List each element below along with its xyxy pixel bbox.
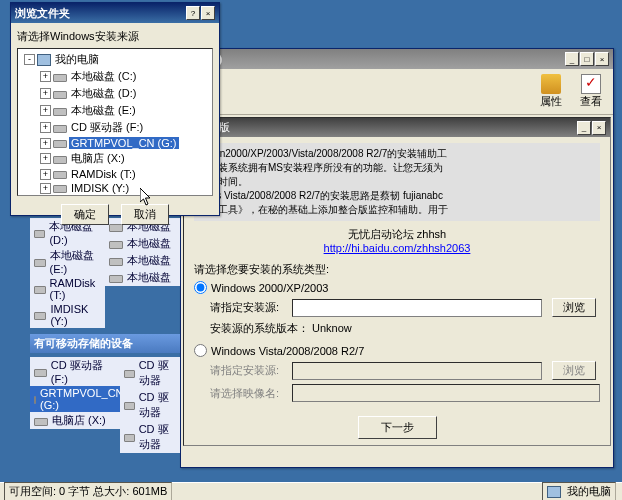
status-location: 我的电脑: [542, 482, 616, 500]
list-item[interactable]: CD 驱动器 (F:): [30, 357, 120, 386]
drive-icon: [34, 286, 46, 294]
browse-folder-dialog: 浏览文件夹 ? × 请选择Windows安装来源 -我的电脑+本地磁盘 (C:)…: [10, 2, 220, 216]
wizard-toolbar: 属性 查看: [181, 69, 613, 115]
tree-node[interactable]: +本地磁盘 (D:): [20, 85, 210, 102]
tree-node[interactable]: +控制面板: [20, 195, 210, 196]
inner-close-button[interactable]: ×: [592, 121, 606, 135]
explorer-side-panel: 本地磁盘 (D:)本地磁盘 (E:)RAMDisk (T:)IMDISK (Y:…: [30, 218, 180, 453]
install-wizard-window: 帮助(H) _ □ × 属性 查看 0 正式版 _ × 位Win2000/XP/…: [180, 48, 614, 468]
status-free-space: 可用空间: 0 字节 总大小: 601MB: [4, 482, 172, 500]
expand-toggle[interactable]: +: [40, 138, 51, 149]
tree-node[interactable]: +IMDISK (Y:): [20, 181, 210, 195]
version-label: 安装源的系统版本：: [210, 322, 309, 334]
browse-title: 浏览文件夹: [15, 6, 186, 21]
cancel-button[interactable]: 取消: [121, 204, 169, 225]
image-input: [292, 384, 600, 402]
tree-node-label: 本地磁盘 (E:): [69, 103, 138, 118]
check-icon: [581, 74, 601, 94]
tree-node-label: IMDISK (Y:): [69, 182, 131, 194]
forum-label: 无忧启动论坛 zhhsh: [348, 228, 446, 240]
tree-node[interactable]: -我的电脑: [20, 51, 210, 68]
tree-node[interactable]: +GRTMPVOL_CN (G:): [20, 136, 210, 150]
source-label-1: 请指定安装源:: [210, 300, 286, 315]
source-input-2: [292, 362, 542, 380]
drive-icon: [34, 312, 46, 320]
drive-icon: [53, 91, 67, 99]
tree-node-label: CD 驱动器 (F:): [69, 120, 145, 135]
ok-button[interactable]: 确定: [61, 204, 109, 225]
drive-list-right: 本地磁盘本地磁盘本地磁盘本地磁盘: [105, 218, 180, 328]
drive-icon: [109, 275, 123, 283]
list-item[interactable]: CD 驱动器: [120, 357, 180, 389]
close-button[interactable]: ×: [595, 52, 609, 66]
list-item[interactable]: 本地磁盘: [105, 269, 180, 286]
radio-winxp-label: Windows 2000/XP/2003: [211, 282, 328, 294]
tree-node-label: 本地磁盘 (C:): [69, 69, 138, 84]
tree-node-label: GRTMPVOL_CN (G:): [69, 137, 179, 149]
browse-button-2: 浏览: [552, 361, 596, 380]
tree-node-label: RAMDisk (T:): [69, 168, 138, 180]
expand-toggle[interactable]: +: [40, 122, 51, 133]
list-item[interactable]: 本地磁盘 (E:): [30, 247, 105, 276]
expand-toggle[interactable]: +: [40, 105, 51, 116]
expand-toggle[interactable]: +: [40, 88, 51, 99]
browse-titlebar: 浏览文件夹 ? ×: [11, 3, 219, 23]
tree-node[interactable]: +本地磁盘 (C:): [20, 68, 210, 85]
drive-icon: [53, 74, 67, 82]
list-item[interactable]: CD 驱动器: [120, 421, 180, 453]
expand-toggle[interactable]: +: [40, 71, 51, 82]
properties-icon: [541, 74, 561, 94]
drive-icon: [34, 259, 46, 267]
version-value: Unknow: [312, 322, 352, 334]
properties-button[interactable]: 属性: [533, 71, 569, 112]
radio-winxp[interactable]: [194, 281, 207, 294]
tree-node[interactable]: +本地磁盘 (E:): [20, 102, 210, 119]
drive-icon: [124, 370, 135, 378]
expand-toggle[interactable]: -: [24, 54, 35, 65]
next-button[interactable]: 下一步: [358, 416, 437, 439]
drive-icon: [53, 171, 67, 179]
inner-minimize-button[interactable]: _: [577, 121, 591, 135]
browse-prompt: 请选择Windows安装来源: [17, 29, 213, 44]
browse-button-1[interactable]: 浏览: [552, 298, 596, 317]
list-item[interactable]: RAMDisk (T:): [30, 276, 105, 302]
select-type-label: 请选择您要安装的系统类型:: [194, 262, 600, 277]
drive-icon: [34, 418, 48, 426]
maximize-button[interactable]: □: [580, 52, 594, 66]
radio-vista-label: Windows Vista/2008/2008 R2/7: [211, 345, 364, 357]
tree-node[interactable]: +电脑店 (X:): [20, 150, 210, 167]
computer-icon: [547, 486, 561, 498]
close-button[interactable]: ×: [201, 6, 215, 20]
drive-icon: [34, 396, 36, 404]
help-button[interactable]: ?: [186, 6, 200, 20]
drive-icon: [53, 140, 67, 148]
minimize-button[interactable]: _: [565, 52, 579, 66]
source-label-2: 请指定安装源:: [210, 363, 286, 378]
drive-icon: [53, 108, 67, 116]
list-item[interactable]: 本地磁盘: [105, 235, 180, 252]
comp-icon: [37, 54, 51, 66]
expand-toggle[interactable]: +: [40, 169, 51, 180]
folder-tree[interactable]: -我的电脑+本地磁盘 (C:)+本地磁盘 (D:)+本地磁盘 (E:)+CD 驱…: [17, 48, 213, 196]
radio-vista[interactable]: [194, 344, 207, 357]
drive-icon: [34, 369, 47, 377]
drive-icon: [53, 125, 67, 133]
list-item[interactable]: IMDISK (Y:): [30, 302, 105, 328]
tree-node[interactable]: +RAMDisk (T:): [20, 167, 210, 181]
list-item[interactable]: 电脑店 (X:): [30, 412, 120, 429]
expand-toggle[interactable]: +: [40, 153, 51, 164]
tree-node[interactable]: +CD 驱动器 (F:): [20, 119, 210, 136]
list-item[interactable]: GRTMPVOL_CN (G:): [30, 386, 120, 412]
list-item[interactable]: 本地磁盘: [105, 252, 180, 269]
removable-header: 有可移动存储的设备: [30, 334, 180, 353]
wizard-inner-titlebar: 0 正式版 _ ×: [184, 118, 610, 137]
expand-toggle[interactable]: +: [40, 183, 51, 194]
drive-icon: [124, 402, 135, 410]
view-button[interactable]: 查看: [573, 71, 609, 112]
forum-link[interactable]: http://hi.baidu.com/zhhsh2063: [324, 242, 471, 254]
source-input-1[interactable]: [292, 299, 542, 317]
wizard-inner-title: 0 正式版: [188, 120, 577, 135]
removable-list-right: CD 驱动器CD 驱动器CD 驱动器: [120, 357, 180, 453]
drive-list-left: 本地磁盘 (D:)本地磁盘 (E:)RAMDisk (T:)IMDISK (Y:…: [30, 218, 105, 328]
list-item[interactable]: CD 驱动器: [120, 389, 180, 421]
